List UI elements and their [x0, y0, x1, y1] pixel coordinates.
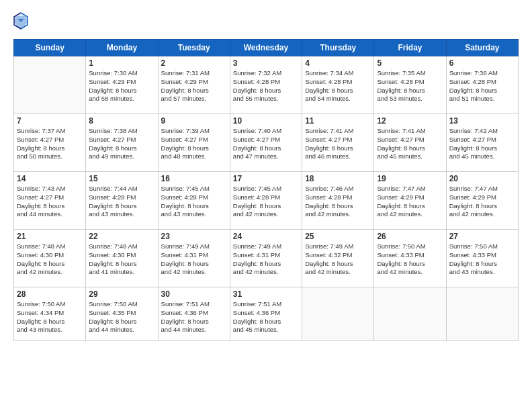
day-info: Sunrise: 7:30 AMSunset: 4:29 PMDaylight:…: [89, 69, 154, 103]
weekday-tuesday: Tuesday: [158, 40, 230, 56]
calendar-cell: 4Sunrise: 7:34 AMSunset: 4:28 PMDaylight…: [302, 56, 374, 114]
day-info: Sunrise: 7:47 AMSunset: 4:29 PMDaylight:…: [377, 185, 443, 219]
calendar-cell: 27Sunrise: 7:50 AMSunset: 4:33 PMDayligh…: [446, 230, 518, 287]
day-number: 30: [161, 289, 227, 299]
day-number: 6: [449, 58, 515, 68]
logo: [13, 12, 30, 31]
day-info: Sunrise: 7:38 AMSunset: 4:27 PMDaylight:…: [89, 127, 154, 161]
calendar-cell: 13Sunrise: 7:42 AMSunset: 4:27 PMDayligh…: [446, 114, 518, 172]
calendar-cell: 2Sunrise: 7:31 AMSunset: 4:29 PMDaylight…: [158, 56, 230, 114]
calendar-cell: [446, 287, 518, 341]
day-number: 16: [161, 174, 227, 183]
day-number: 25: [305, 232, 371, 241]
calendar-cell: 10Sunrise: 7:40 AMSunset: 4:27 PMDayligh…: [230, 114, 302, 172]
calendar-cell: 19Sunrise: 7:47 AMSunset: 4:29 PMDayligh…: [374, 172, 446, 230]
day-number: 10: [233, 116, 299, 126]
calendar-cell: [302, 287, 374, 341]
calendar-cell: 16Sunrise: 7:45 AMSunset: 4:28 PMDayligh…: [158, 172, 230, 230]
calendar-cell: 14Sunrise: 7:43 AMSunset: 4:27 PMDayligh…: [14, 172, 86, 230]
day-number: 28: [17, 289, 83, 299]
calendar-cell: 31Sunrise: 7:51 AMSunset: 4:36 PMDayligh…: [230, 287, 302, 341]
weekday-wednesday: Wednesday: [230, 40, 302, 56]
day-number: 19: [377, 174, 443, 183]
day-number: 13: [449, 116, 515, 126]
day-info: Sunrise: 7:37 AMSunset: 4:27 PMDaylight:…: [17, 127, 83, 161]
calendar-week-0: 1Sunrise: 7:30 AMSunset: 4:29 PMDaylight…: [14, 56, 519, 114]
day-info: Sunrise: 7:32 AMSunset: 4:28 PMDaylight:…: [233, 69, 299, 103]
calendar-cell: 25Sunrise: 7:49 AMSunset: 4:32 PMDayligh…: [302, 230, 374, 287]
weekday-saturday: Saturday: [446, 40, 518, 56]
day-info: Sunrise: 7:35 AMSunset: 4:28 PMDaylight:…: [377, 69, 443, 103]
day-number: 29: [89, 289, 154, 299]
weekday-monday: Monday: [86, 40, 158, 56]
day-info: Sunrise: 7:41 AMSunset: 4:27 PMDaylight:…: [305, 127, 371, 161]
day-info: Sunrise: 7:50 AMSunset: 4:34 PMDaylight:…: [17, 300, 83, 334]
day-number: 2: [161, 58, 227, 68]
calendar-cell: 3Sunrise: 7:32 AMSunset: 4:28 PMDaylight…: [230, 56, 302, 114]
calendar-cell: 26Sunrise: 7:50 AMSunset: 4:33 PMDayligh…: [374, 230, 446, 287]
day-number: 7: [17, 116, 83, 126]
calendar-cell: 6Sunrise: 7:36 AMSunset: 4:28 PMDaylight…: [446, 56, 518, 114]
logo-icon: [13, 12, 28, 31]
day-number: 11: [305, 116, 371, 126]
day-info: Sunrise: 7:42 AMSunset: 4:27 PMDaylight:…: [449, 127, 515, 161]
calendar-week-4: 28Sunrise: 7:50 AMSunset: 4:34 PMDayligh…: [14, 287, 519, 341]
day-number: 20: [449, 174, 515, 183]
day-number: 24: [233, 232, 299, 241]
calendar-cell: 17Sunrise: 7:45 AMSunset: 4:28 PMDayligh…: [230, 172, 302, 230]
day-info: Sunrise: 7:50 AMSunset: 4:35 PMDaylight:…: [89, 300, 154, 334]
day-info: Sunrise: 7:39 AMSunset: 4:27 PMDaylight:…: [161, 127, 227, 161]
day-info: Sunrise: 7:48 AMSunset: 4:30 PMDaylight:…: [89, 242, 154, 277]
day-number: 17: [233, 174, 299, 183]
calendar-body: 1Sunrise: 7:30 AMSunset: 4:29 PMDaylight…: [14, 56, 519, 341]
calendar-cell: 23Sunrise: 7:49 AMSunset: 4:31 PMDayligh…: [158, 230, 230, 287]
weekday-friday: Friday: [374, 40, 446, 56]
header: [13, 12, 519, 31]
day-number: 23: [161, 232, 227, 241]
day-number: 12: [377, 116, 443, 126]
day-info: Sunrise: 7:51 AMSunset: 4:36 PMDaylight:…: [233, 300, 299, 334]
day-info: Sunrise: 7:46 AMSunset: 4:28 PMDaylight:…: [305, 185, 371, 219]
day-number: 22: [89, 232, 154, 241]
calendar-cell: 29Sunrise: 7:50 AMSunset: 4:35 PMDayligh…: [86, 287, 158, 341]
day-number: 21: [17, 232, 83, 241]
day-number: 31: [233, 289, 299, 299]
day-number: 14: [17, 174, 83, 183]
day-info: Sunrise: 7:36 AMSunset: 4:28 PMDaylight:…: [449, 69, 515, 103]
weekday-thursday: Thursday: [302, 40, 374, 56]
day-info: Sunrise: 7:40 AMSunset: 4:27 PMDaylight:…: [233, 127, 299, 161]
day-number: 5: [377, 58, 443, 68]
calendar-cell: 12Sunrise: 7:41 AMSunset: 4:27 PMDayligh…: [374, 114, 446, 172]
day-number: 4: [305, 58, 371, 68]
calendar-cell: 18Sunrise: 7:46 AMSunset: 4:28 PMDayligh…: [302, 172, 374, 230]
weekday-header-row: SundayMondayTuesdayWednesdayThursdayFrid…: [14, 40, 519, 56]
day-info: Sunrise: 7:41 AMSunset: 4:27 PMDaylight:…: [377, 127, 443, 161]
calendar-week-3: 21Sunrise: 7:48 AMSunset: 4:30 PMDayligh…: [14, 230, 519, 287]
calendar-cell: 11Sunrise: 7:41 AMSunset: 4:27 PMDayligh…: [302, 114, 374, 172]
calendar-cell: 15Sunrise: 7:44 AMSunset: 4:28 PMDayligh…: [86, 172, 158, 230]
page: SundayMondayTuesdayWednesdayThursdayFrid…: [0, 0, 532, 411]
day-info: Sunrise: 7:34 AMSunset: 4:28 PMDaylight:…: [305, 69, 371, 103]
calendar-week-2: 14Sunrise: 7:43 AMSunset: 4:27 PMDayligh…: [14, 172, 519, 230]
day-info: Sunrise: 7:47 AMSunset: 4:29 PMDaylight:…: [449, 185, 515, 219]
calendar-cell: 8Sunrise: 7:38 AMSunset: 4:27 PMDaylight…: [86, 114, 158, 172]
day-info: Sunrise: 7:51 AMSunset: 4:36 PMDaylight:…: [161, 300, 227, 334]
day-number: 1: [89, 58, 154, 68]
calendar-cell: 30Sunrise: 7:51 AMSunset: 4:36 PMDayligh…: [158, 287, 230, 341]
calendar-cell: 28Sunrise: 7:50 AMSunset: 4:34 PMDayligh…: [14, 287, 86, 341]
day-number: 26: [377, 232, 443, 241]
calendar-cell: 9Sunrise: 7:39 AMSunset: 4:27 PMDaylight…: [158, 114, 230, 172]
calendar-cell: [374, 287, 446, 341]
calendar-cell: 22Sunrise: 7:48 AMSunset: 4:30 PMDayligh…: [86, 230, 158, 287]
calendar-cell: [14, 56, 86, 114]
calendar-week-1: 7Sunrise: 7:37 AMSunset: 4:27 PMDaylight…: [14, 114, 519, 172]
calendar-cell: 5Sunrise: 7:35 AMSunset: 4:28 PMDaylight…: [374, 56, 446, 114]
calendar-cell: 7Sunrise: 7:37 AMSunset: 4:27 PMDaylight…: [14, 114, 86, 172]
day-info: Sunrise: 7:45 AMSunset: 4:28 PMDaylight:…: [161, 185, 227, 219]
day-number: 9: [161, 116, 227, 126]
day-info: Sunrise: 7:44 AMSunset: 4:28 PMDaylight:…: [89, 185, 154, 219]
day-number: 15: [89, 174, 154, 183]
day-info: Sunrise: 7:49 AMSunset: 4:32 PMDaylight:…: [305, 242, 371, 277]
day-info: Sunrise: 7:49 AMSunset: 4:31 PMDaylight:…: [161, 242, 227, 277]
day-info: Sunrise: 7:49 AMSunset: 4:31 PMDaylight:…: [233, 242, 299, 277]
